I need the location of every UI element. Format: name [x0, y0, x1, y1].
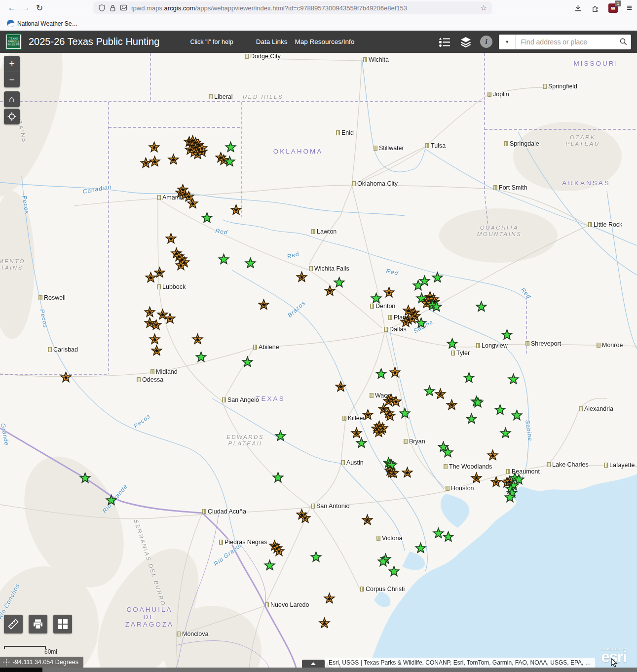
- forward-button[interactable]: →: [19, 1, 33, 14]
- hunt-area-marker-orange[interactable]: [324, 593, 335, 604]
- hunt-area-marker-orange[interactable]: [389, 367, 401, 378]
- hunt-area-marker-green[interactable]: [443, 531, 454, 543]
- hunt-area-marker-green[interactable]: [377, 556, 389, 567]
- hunt-area-marker-orange[interactable]: [319, 618, 330, 629]
- hunt-area-marker-green[interactable]: [508, 374, 519, 385]
- hunt-area-marker-orange[interactable]: [151, 345, 162, 356]
- hunt-area-marker-green[interactable]: [399, 408, 411, 419]
- hunt-area-marker-green[interactable]: [419, 276, 430, 287]
- hunt-area-marker-green[interactable]: [272, 472, 284, 483]
- map-resources-button[interactable]: Map Resources/Info: [295, 38, 355, 45]
- hunt-area-marker-green[interactable]: [334, 277, 345, 288]
- hunt-area-marker-green[interactable]: [79, 473, 91, 484]
- search-source-dropdown[interactable]: ▼: [499, 35, 516, 49]
- hunt-area-marker-orange[interactable]: [383, 287, 395, 298]
- hunt-area-marker-green[interactable]: [494, 404, 506, 416]
- hunt-area-marker-orange[interactable]: [164, 313, 176, 324]
- image-permission-icon[interactable]: [120, 4, 127, 11]
- hunt-area-marker-orange[interactable]: [384, 410, 396, 422]
- hunt-area-marker-green[interactable]: [106, 495, 117, 506]
- print-button[interactable]: [29, 615, 47, 633]
- bookmark-star-icon[interactable]: ☆: [481, 3, 487, 12]
- measure-button[interactable]: [4, 615, 23, 633]
- hunt-area-marker-orange[interactable]: [362, 514, 373, 526]
- hunt-area-marker-green[interactable]: [264, 560, 275, 571]
- info-icon[interactable]: i: [480, 36, 492, 48]
- hunt-area-marker-orange[interactable]: [490, 476, 502, 488]
- attribution-expander[interactable]: [302, 660, 325, 668]
- hunt-area-marker-orange[interactable]: [150, 319, 162, 331]
- hunt-area-marker-orange[interactable]: [377, 423, 388, 434]
- hunt-area-marker-green[interactable]: [356, 437, 367, 449]
- hunt-area-marker-orange[interactable]: [149, 334, 160, 345]
- hunt-area-marker-green[interactable]: [476, 301, 487, 313]
- hunt-area-marker-orange[interactable]: [296, 272, 307, 283]
- crosshair-icon[interactable]: [0, 659, 13, 666]
- hunt-area-marker-orange[interactable]: [177, 184, 188, 196]
- hunt-area-marker-green[interactable]: [511, 410, 523, 421]
- hunt-area-marker-green[interactable]: [466, 413, 477, 425]
- downloads-icon[interactable]: [574, 4, 582, 12]
- hunt-area-marker-green[interactable]: [472, 397, 484, 408]
- hunt-area-marker-green[interactable]: [225, 142, 236, 153]
- hunt-area-marker-orange[interactable]: [388, 468, 399, 479]
- hunt-area-marker-orange[interactable]: [149, 156, 160, 167]
- hunt-area-marker-green[interactable]: [424, 386, 435, 397]
- hunt-area-marker-orange[interactable]: [335, 381, 346, 393]
- hunt-area-marker-orange[interactable]: [192, 334, 203, 345]
- hunt-area-marker-green[interactable]: [463, 372, 475, 384]
- hunt-area-marker-orange[interactable]: [402, 467, 413, 478]
- hunt-area-marker-green[interactable]: [501, 329, 513, 341]
- hunt-area-marker-green[interactable]: [201, 212, 213, 224]
- hunt-area-marker-orange[interactable]: [435, 389, 446, 400]
- search-input[interactable]: [516, 38, 615, 46]
- hunt-area-marker-orange[interactable]: [60, 372, 72, 383]
- hunt-area-marker-green[interactable]: [242, 356, 253, 368]
- hunt-area-marker-orange[interactable]: [407, 313, 418, 324]
- hunt-area-marker-orange[interactable]: [446, 399, 457, 411]
- home-button[interactable]: ⌂: [4, 91, 20, 107]
- hunt-area-marker-green[interactable]: [415, 543, 426, 554]
- hunt-area-marker-green[interactable]: [275, 431, 286, 442]
- hunt-area-marker-green[interactable]: [442, 447, 453, 458]
- hunt-area-marker-orange[interactable]: [196, 143, 208, 154]
- hunt-area-marker-orange[interactable]: [187, 198, 198, 209]
- hunt-area-marker-orange[interactable]: [471, 473, 482, 484]
- hunt-area-marker-green[interactable]: [375, 368, 387, 380]
- hunt-area-marker-green[interactable]: [218, 254, 229, 265]
- hunt-area-marker-orange[interactable]: [230, 204, 242, 216]
- hunt-area-marker-green[interactable]: [431, 301, 442, 313]
- hunt-area-marker-orange[interactable]: [145, 272, 156, 283]
- hunt-area-marker-orange[interactable]: [168, 154, 179, 165]
- hunt-area-marker-orange[interactable]: [144, 307, 155, 318]
- hunt-area-marker-green[interactable]: [447, 338, 458, 350]
- bookmark-item[interactable]: National Weather Se…: [7, 20, 78, 27]
- lock-icon[interactable]: [110, 4, 116, 12]
- zoom-out-button[interactable]: −: [4, 72, 20, 87]
- hunt-area-marker-orange[interactable]: [175, 260, 187, 271]
- legend-icon[interactable]: [438, 35, 451, 49]
- hunt-area-marker-green[interactable]: [310, 552, 322, 563]
- hunt-area-marker-green[interactable]: [504, 492, 516, 503]
- hunt-area-marker-green[interactable]: [500, 428, 511, 439]
- hunt-area-marker-orange[interactable]: [165, 233, 177, 244]
- search-submit-button[interactable]: [615, 35, 631, 49]
- data-links-button[interactable]: Data Links: [256, 38, 288, 45]
- hunt-area-marker-orange[interactable]: [258, 299, 269, 311]
- basemap-gallery-button[interactable]: [53, 615, 72, 633]
- locate-me-button[interactable]: [4, 109, 20, 124]
- layers-icon[interactable]: [459, 35, 473, 49]
- back-button[interactable]: ←: [5, 1, 19, 14]
- hunt-area-marker-orange[interactable]: [362, 409, 374, 421]
- hunt-area-marker-green[interactable]: [432, 272, 443, 283]
- hunt-area-marker-orange[interactable]: [149, 142, 160, 153]
- hunt-area-marker-green[interactable]: [195, 352, 207, 363]
- hunt-area-marker-green[interactable]: [388, 566, 400, 577]
- reload-button[interactable]: ↻: [33, 1, 46, 14]
- hunt-area-marker-green[interactable]: [224, 156, 235, 167]
- adblock-extension-icon[interactable]: w 1: [608, 3, 618, 13]
- hunt-area-marker-orange[interactable]: [487, 450, 498, 461]
- tracking-shield-icon[interactable]: [98, 4, 106, 12]
- map-canvas[interactable]: MISSOURIOKLAHOMAARKANSASTEXASCOAHUILA DE…: [0, 53, 637, 668]
- app-menu-icon[interactable]: ≡: [627, 2, 632, 13]
